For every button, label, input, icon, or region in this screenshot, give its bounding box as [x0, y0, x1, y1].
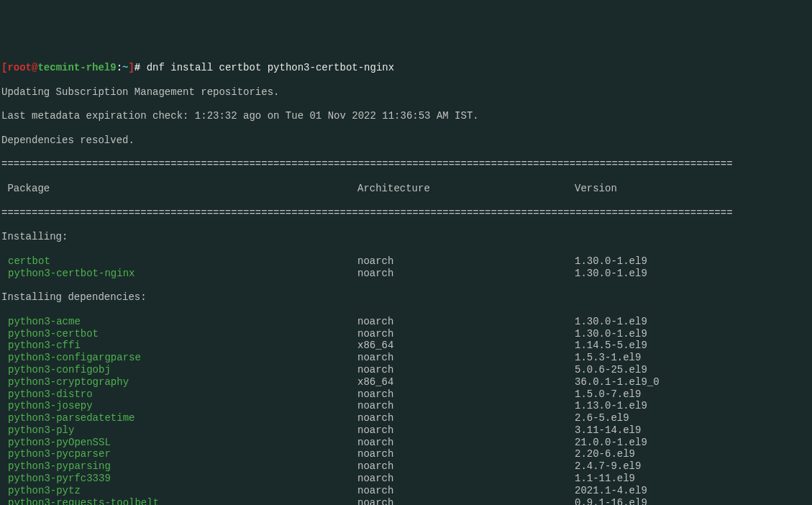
package-arch: noarch: [357, 473, 575, 485]
package-row: python3-requests-toolbeltnoarch0.9.1-16.…: [1, 497, 811, 505]
package-name: python3-cffi: [1, 340, 357, 352]
package-name: python3-certbot: [1, 328, 357, 340]
package-version: 1.13.0-1.el9: [575, 400, 811, 412]
prompt-hash: #: [134, 62, 147, 73]
package-arch: noarch: [357, 388, 575, 401]
package-row: python3-parsedatetimenoarch2.6-5.el9: [1, 412, 811, 424]
package-row: python3-pyOpenSSLnoarch21.0.0-1.el9: [1, 437, 811, 449]
package-name: python3-josepy: [1, 400, 357, 412]
package-arch: noarch: [357, 437, 575, 449]
package-arch: noarch: [357, 497, 575, 505]
package-name: python3-requests-toolbelt: [1, 497, 357, 505]
prompt-line: [root@tecmint-rhel9:~]# dnf install cert…: [1, 62, 811, 74]
prompt-colon: :: [117, 62, 122, 73]
package-version: 1.5.0-7.el9: [575, 388, 811, 401]
package-version: 1.14.5-5.el9: [575, 340, 811, 352]
package-arch: noarch: [357, 328, 575, 340]
package-row: python3-cryptographyx86_6436.0.1-1.el9_0: [1, 376, 811, 388]
package-arch: noarch: [357, 424, 575, 437]
package-row: python3-plynoarch3.11-14.el9: [1, 424, 811, 437]
package-version: 2.4.7-9.el9: [575, 460, 811, 473]
package-version: 1.1-11.el9: [575, 473, 811, 485]
package-version: 2021.1-4.el9: [575, 485, 811, 497]
package-name: python3-distro: [1, 388, 357, 401]
package-arch: noarch: [357, 352, 575, 364]
table-header: PackageArchitectureVersion: [1, 183, 811, 195]
section-installing-deps: Installing dependencies:: [1, 291, 811, 304]
package-version: 2.6-5.el9: [575, 412, 811, 424]
package-name: python3-certbot-nginx: [1, 268, 357, 280]
prompt-user: root: [7, 62, 32, 73]
output-line: Dependencies resolved.: [1, 135, 811, 147]
package-name: python3-pyparsing: [1, 460, 357, 473]
package-name: python3-parsedatetime: [1, 412, 357, 424]
package-name: python3-pytz: [1, 485, 357, 497]
output-line: Updating Subscription Management reposit…: [1, 86, 811, 99]
package-row: python3-pyrfc3339noarch1.1-11.el9: [1, 473, 811, 485]
package-arch: noarch: [357, 364, 575, 376]
package-version: 0.9.1-16.el9: [575, 497, 811, 505]
package-name: python3-ply: [1, 424, 357, 437]
package-version: 1.30.0-1.el9: [575, 255, 811, 268]
package-arch: noarch: [357, 268, 575, 280]
package-row: python3-pyparsingnoarch2.4.7-9.el9: [1, 460, 811, 473]
package-arch: noarch: [357, 448, 575, 460]
command-text: dnf install certbot python3-certbot-ngin…: [147, 62, 394, 73]
terminal-output: [root@tecmint-rhel9:~]# dnf install cert…: [1, 50, 811, 505]
package-arch: x86_64: [357, 376, 575, 388]
package-version: 1.5.3-1.el9: [575, 352, 811, 364]
separator: ========================================…: [1, 207, 811, 219]
package-row: python3-distronoarch1.5.0-7.el9: [1, 388, 811, 401]
package-version: 1.30.0-1.el9: [575, 316, 811, 328]
package-name: python3-configargparse: [1, 352, 357, 364]
package-arch: noarch: [357, 316, 575, 328]
package-version: 5.0.6-25.el9: [575, 364, 811, 376]
prompt-host: tecmint-rhel9: [37, 62, 116, 73]
separator: ========================================…: [1, 158, 811, 170]
package-row: python3-configargparsenoarch1.5.3-1.el9: [1, 352, 811, 364]
package-name: python3-acme: [1, 316, 357, 328]
package-version: 2.20-6.el9: [575, 448, 811, 460]
output-line: Last metadata expiration check: 1:23:32 …: [1, 110, 811, 122]
package-arch: noarch: [357, 400, 575, 412]
package-arch: noarch: [357, 255, 575, 268]
header-version: Version: [575, 183, 811, 195]
package-version: 1.30.0-1.el9: [575, 328, 811, 340]
package-version: 36.0.1-1.el9_0: [575, 376, 811, 388]
package-version: 21.0.0-1.el9: [575, 437, 811, 449]
package-row: python3-pycparsernoarch2.20-6.el9: [1, 448, 811, 460]
package-row: python3-acmenoarch1.30.0-1.el9: [1, 316, 811, 328]
package-name: certbot: [1, 255, 357, 268]
prompt-close: ]: [128, 62, 134, 73]
header-arch: Architecture: [357, 183, 575, 195]
package-version: 1.30.0-1.el9: [575, 268, 811, 280]
package-row: python3-certbot-nginxnoarch1.30.0-1.el9: [1, 268, 811, 280]
package-row: certbotnoarch1.30.0-1.el9: [1, 255, 811, 268]
package-row: python3-josepynoarch1.13.0-1.el9: [1, 400, 811, 412]
package-arch: x86_64: [357, 340, 575, 352]
package-name: python3-configobj: [1, 364, 357, 376]
package-row: python3-configobjnoarch5.0.6-25.el9: [1, 364, 811, 376]
package-name: python3-cryptography: [1, 376, 357, 388]
header-package: Package: [1, 183, 357, 195]
package-name: python3-pyOpenSSL: [1, 437, 357, 449]
package-name: python3-pyrfc3339: [1, 473, 357, 485]
package-arch: noarch: [357, 412, 575, 424]
package-version: 3.11-14.el9: [575, 424, 811, 437]
section-installing: Installing:: [1, 231, 811, 243]
package-arch: noarch: [357, 485, 575, 497]
package-arch: noarch: [357, 460, 575, 473]
package-row: python3-pytznoarch2021.1-4.el9: [1, 485, 811, 497]
package-row: python3-certbotnoarch1.30.0-1.el9: [1, 328, 811, 340]
package-name: python3-pycparser: [1, 448, 357, 460]
package-row: python3-cffix86_641.14.5-5.el9: [1, 340, 811, 352]
